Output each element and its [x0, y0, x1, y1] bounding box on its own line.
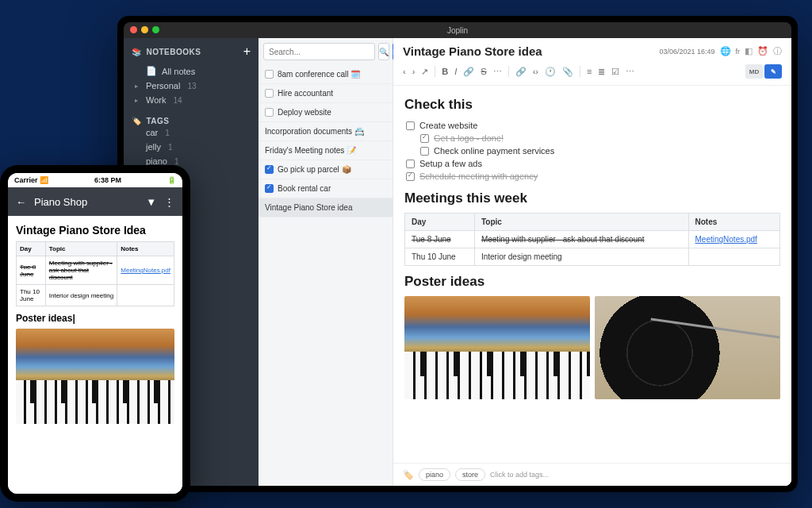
phone-poster-heading: Poster ideas — [16, 313, 174, 324]
note-list-title: Vintage Piano Store idea — [265, 203, 352, 212]
clock-icon[interactable]: 🕐 — [545, 67, 556, 77]
task-checkbox-icon[interactable] — [420, 147, 429, 156]
note-list-title: Go pick up parcel 📦 — [278, 165, 351, 174]
phone-note-title: Vintage Piano Store Idea — [16, 224, 174, 237]
col-day: Day — [405, 214, 475, 231]
alarm-icon[interactable]: ⏰ — [757, 46, 768, 56]
add-tag-input[interactable]: Click to add tags... — [490, 471, 549, 479]
table-row: Thu 10 JuneInterior design meeting — [17, 285, 174, 306]
notes-link[interactable]: MeetingNotes.pdf — [695, 235, 757, 244]
titlebar: Joplin — [124, 22, 791, 38]
checkbox-icon[interactable] — [265, 184, 274, 193]
notes-link[interactable]: MeetingNotes.pdf — [121, 267, 170, 274]
tag-pill-store[interactable]: store — [455, 468, 485, 481]
back-icon[interactable]: ‹ — [403, 67, 406, 76]
checkbox-icon[interactable] — [265, 89, 274, 98]
task-item[interactable]: Schedule meeting with agency — [406, 170, 780, 183]
more-icon[interactable]: ⋯ — [626, 67, 634, 77]
code-icon[interactable]: ‹› — [533, 67, 538, 76]
phone-header: ← Piano Shop ▼ ⋮ — [8, 187, 182, 216]
note-list-item[interactable]: Incorporation documents 📇 — [259, 122, 393, 141]
phone-device: Carrier 📶 6:38 PM 🔋 ← Piano Shop ▼ ⋮ Vin… — [0, 165, 190, 502]
markdown-mode-button[interactable]: MD — [745, 64, 763, 79]
more-format-icon[interactable]: ⋯ — [493, 67, 502, 77]
dropdown-icon[interactable]: ▼ — [146, 196, 156, 208]
bold-icon[interactable]: B — [442, 67, 448, 76]
phone-meetings-table: Day Topic Notes Tue 8 JuneMeeting with s… — [16, 241, 174, 306]
clip-icon[interactable]: 📎 — [562, 67, 573, 77]
globe-icon[interactable]: 🌐 — [720, 46, 731, 56]
add-notebook-button[interactable]: + — [243, 44, 251, 59]
lang-label: fr — [736, 48, 741, 56]
note-title[interactable]: Vintage Piano Store idea — [403, 44, 542, 58]
tag-car[interactable]: car1 — [132, 125, 251, 140]
desktop-window: Joplin 📚 NOTEBOOKS + 📄 All notes ▸Person… — [117, 16, 798, 492]
task-checkbox-icon[interactable] — [406, 172, 415, 181]
back-arrow-icon[interactable]: ← — [16, 196, 26, 208]
link-icon[interactable]: 🔗 — [463, 67, 474, 77]
heading-poster: Poster ideas — [404, 274, 780, 290]
phone-content[interactable]: Vintage Piano Store Idea Day Topic Notes… — [8, 216, 182, 494]
note-list-title: 8am conference call 🗓️ — [278, 70, 360, 79]
search-button[interactable]: 🔍 — [378, 43, 389, 60]
note-list-item[interactable]: Deploy website — [259, 103, 393, 122]
note-list-item[interactable]: Vintage Piano Store idea — [259, 198, 393, 217]
list-check-icon[interactable]: ☑ — [611, 67, 619, 77]
strike-icon[interactable]: S — [481, 67, 486, 76]
list-bullet-icon[interactable]: ≡ — [587, 67, 592, 76]
note-list-title: Friday's Meeting notes 📝 — [265, 146, 356, 155]
task-item[interactable]: Get a logo - done! — [420, 132, 780, 144]
external-link-icon[interactable]: ↗ — [421, 67, 428, 77]
info-icon[interactable]: ⓘ — [773, 45, 782, 57]
search-input[interactable] — [263, 43, 375, 60]
notebook-personal[interactable]: ▸Personal13 — [132, 79, 251, 93]
task-text: Check online payment services — [434, 146, 554, 156]
editor-toolbar: ‹ › ↗ B I 🔗 S ⋯ 🔗 ‹› 🕐 📎 ≡ ≣ — [393, 61, 791, 86]
checkbox-icon[interactable] — [265, 108, 274, 117]
notebooks-header: 📚 NOTEBOOKS — [132, 48, 201, 56]
task-text: Create website — [419, 121, 477, 130]
italic-icon[interactable]: I — [454, 67, 457, 76]
task-checkbox-icon[interactable] — [406, 121, 415, 130]
task-item[interactable]: Create website — [406, 119, 780, 132]
note-list-item[interactable]: Friday's Meeting notes 📝 — [259, 141, 393, 160]
ios-status-bar: Carrier 📶 6:38 PM 🔋 — [8, 173, 182, 187]
checkbox-icon[interactable] — [265, 165, 274, 174]
task-checkbox-icon[interactable] — [406, 160, 415, 168]
list-number-icon[interactable]: ≣ — [598, 67, 605, 77]
note-list-title: Incorporation documents 📇 — [265, 127, 364, 136]
note-list: 🔍 ☑ 📝 8am conference call 🗓️Hire account… — [259, 38, 393, 486]
all-notes-item[interactable]: 📄 All notes — [132, 64, 251, 79]
heading-check-this: Check this — [404, 97, 780, 113]
phone-header-title: Piano Shop — [34, 196, 87, 208]
kebab-menu-icon[interactable]: ⋮ — [164, 196, 174, 208]
checkbox-icon[interactable] — [265, 70, 274, 79]
task-item[interactable]: Check online payment services — [420, 144, 780, 157]
richtext-mode-button[interactable]: ✎ — [764, 64, 782, 79]
forward-icon[interactable]: › — [412, 67, 416, 76]
attach-icon[interactable]: 🔗 — [515, 67, 527, 77]
close-window-icon[interactable] — [130, 26, 137, 33]
note-content[interactable]: Check this Create websiteGet a logo - do… — [393, 86, 791, 463]
tag-bar: 🏷️ piano store Click to add tags... — [393, 463, 791, 486]
task-text: Get a logo - done! — [434, 133, 504, 143]
layout-icon[interactable]: ◧ — [745, 46, 753, 56]
note-list-title: Deploy website — [278, 108, 331, 117]
tag-pill-piano[interactable]: piano — [419, 468, 450, 481]
notebook-work[interactable]: ▸Work14 — [132, 93, 251, 107]
note-list-item[interactable]: Go pick up parcel 📦 — [259, 160, 393, 179]
tag-icon: 🏷️ — [403, 470, 414, 480]
minimize-window-icon[interactable] — [141, 26, 148, 33]
note-list-item[interactable]: Hire accountant — [259, 84, 393, 103]
task-text: Setup a few ads — [419, 159, 482, 168]
note-list-item[interactable]: Book rental car — [259, 179, 393, 198]
table-row: Thu 10 JuneInterior design meeting — [405, 248, 780, 266]
note-list-item[interactable]: 8am conference call 🗓️ — [259, 65, 393, 84]
maximize-window-icon[interactable] — [152, 26, 159, 33]
task-item[interactable]: Setup a few ads — [406, 157, 780, 170]
table-row: Tue 8 JuneMeeting with supplier - ask ab… — [17, 256, 174, 285]
tag-jelly[interactable]: jelly1 — [132, 140, 251, 154]
task-checkbox-icon[interactable] — [420, 134, 429, 143]
poster-record-image — [595, 296, 780, 399]
task-text: Schedule meeting with agency — [419, 171, 538, 181]
